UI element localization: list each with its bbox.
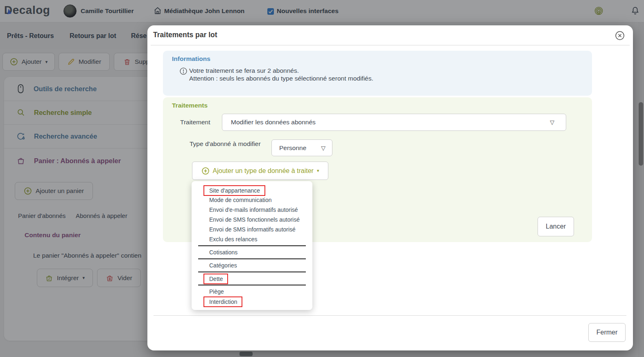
- menu-item-label: Cotisations: [209, 249, 237, 256]
- add-data-type-button[interactable]: Ajouter un type de donnée à traiter ▾: [192, 162, 328, 180]
- menu-item-envoi-sms-informatifs[interactable]: Envoi de SMS informatifs autorisé: [192, 225, 312, 234]
- menu-item-mode-communication[interactable]: Mode de communication: [192, 195, 312, 205]
- menu-item-label: Envoi de SMS informatifs autorisé: [209, 226, 296, 233]
- close-modal-label: Fermer: [597, 329, 618, 336]
- menu-item-envoi-sms-fonctionnels[interactable]: Envoi de SMS fonctionnels autorisé: [192, 215, 312, 225]
- menu-item-label: Envoi d'e-mails informatifs autorisé: [209, 207, 298, 213]
- menu-item-exclu-relances[interactable]: Exclu des relances: [192, 234, 312, 244]
- subscriber-type-select[interactable]: Personne ▽: [271, 139, 332, 156]
- treatments-heading: Traitements: [172, 102, 208, 109]
- menu-item-dette[interactable]: Dette: [192, 274, 312, 283]
- highlight-box: Interdiction: [203, 296, 242, 307]
- close-icon[interactable]: [615, 31, 625, 40]
- launch-button-label: Lancer: [546, 223, 566, 230]
- informations-heading: Informations: [172, 55, 210, 63]
- info-line-2: Attention : seuls les abonnés du type sé…: [189, 75, 373, 82]
- informations-panel: Informations Votre traitement se fera su…: [163, 51, 592, 96]
- menu-item-site-appartenance[interactable]: Site d'appartenance: [192, 185, 312, 195]
- menu-item-label: Exclu des relances: [209, 236, 258, 242]
- data-type-dropdown-menu: Site d'appartenance Mode de communicatio…: [192, 181, 312, 310]
- menu-divider: [198, 285, 306, 285]
- treatment-select-value: Modifier les données abonnés: [231, 119, 316, 126]
- menu-item-interdiction[interactable]: Interdiction: [192, 296, 312, 306]
- caret-down-icon: ▾: [317, 168, 319, 173]
- close-modal-button[interactable]: Fermer: [588, 323, 626, 342]
- menu-divider: [198, 245, 306, 246]
- modal-title: Traitements par lot: [153, 31, 217, 39]
- info-circle-icon: [179, 67, 188, 75]
- menu-item-label: Piège: [209, 288, 224, 295]
- highlight-box: Site d'appartenance: [203, 185, 265, 196]
- treatment-select[interactable]: Modifier les données abonnés ▽: [222, 114, 566, 131]
- menu-item-cotisations[interactable]: Cotisations: [192, 247, 312, 257]
- highlight-box: Dette: [203, 274, 228, 284]
- menu-item-label: Catégories: [209, 262, 237, 269]
- treatment-label: Traitement: [180, 119, 210, 126]
- launch-button[interactable]: Lancer: [538, 217, 574, 236]
- footer-divider: [154, 315, 626, 316]
- menu-item-label: Mode de communication: [209, 197, 272, 203]
- menu-divider: [198, 272, 306, 272]
- add-data-type-label: Ajouter un type de donnée à traiter: [213, 167, 314, 175]
- menu-item-piege[interactable]: Piège: [192, 287, 312, 296]
- menu-item-categories[interactable]: Catégories: [192, 260, 312, 270]
- title-divider: [151, 45, 630, 45]
- menu-item-label: Envoi de SMS fonctionnels autorisé: [209, 216, 300, 223]
- info-line-1: Votre traitement se fera sur 2 abonnés.: [189, 67, 299, 74]
- select-arrow-icon: ▽: [550, 119, 554, 126]
- subscriber-type-label: Type d'abonné à modifier: [190, 140, 261, 148]
- batch-processing-modal: Traitements par lot Informations Votre t…: [147, 25, 633, 350]
- plus-circle-icon: [201, 167, 210, 175]
- subscriber-type-value: Personne: [279, 144, 306, 152]
- select-arrow-icon: ▽: [321, 145, 325, 151]
- menu-divider: [198, 258, 306, 259]
- menu-item-envoi-emails[interactable]: Envoi d'e-mails informatifs autorisé: [192, 205, 312, 215]
